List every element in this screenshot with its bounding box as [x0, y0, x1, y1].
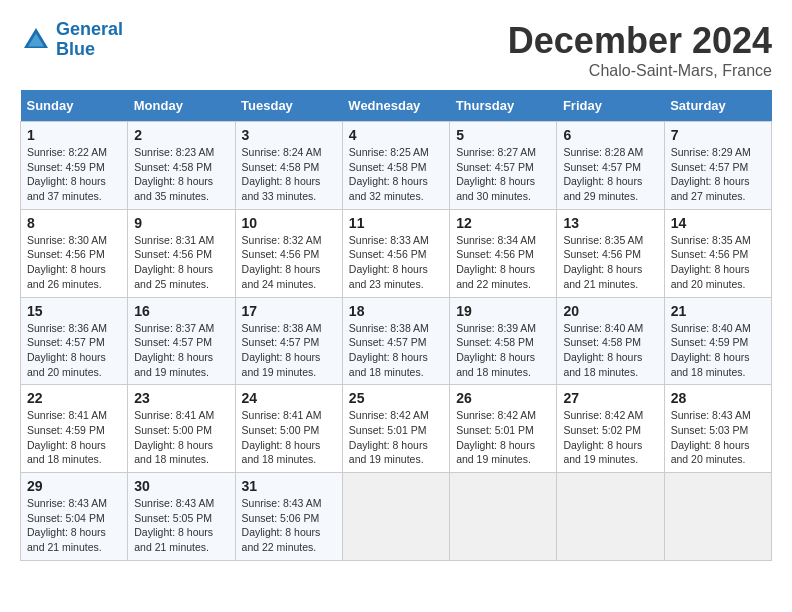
- calendar-cell: 22 Sunrise: 8:41 AM Sunset: 4:59 PM Dayl…: [21, 385, 128, 473]
- header-saturday: Saturday: [664, 90, 771, 122]
- daylight-label: Daylight: 8 hours and 29 minutes.: [563, 175, 642, 202]
- sunrise-label: Sunrise: 8:38 AM: [349, 322, 429, 334]
- day-info: Sunrise: 8:31 AM Sunset: 4:56 PM Dayligh…: [134, 233, 228, 292]
- sunset-label: Sunset: 4:57 PM: [563, 161, 641, 173]
- calendar-cell: 28 Sunrise: 8:43 AM Sunset: 5:03 PM Dayl…: [664, 385, 771, 473]
- sunrise-label: Sunrise: 8:32 AM: [242, 234, 322, 246]
- day-number: 5: [456, 127, 550, 143]
- day-info: Sunrise: 8:41 AM Sunset: 5:00 PM Dayligh…: [134, 408, 228, 467]
- logo-icon: [20, 24, 52, 56]
- daylight-label: Daylight: 8 hours and 19 minutes.: [349, 439, 428, 466]
- day-info: Sunrise: 8:42 AM Sunset: 5:01 PM Dayligh…: [456, 408, 550, 467]
- sunrise-label: Sunrise: 8:43 AM: [671, 409, 751, 421]
- sunset-label: Sunset: 4:56 PM: [563, 248, 641, 260]
- daylight-label: Daylight: 8 hours and 19 minutes.: [563, 439, 642, 466]
- header-monday: Monday: [128, 90, 235, 122]
- daylight-label: Daylight: 8 hours and 23 minutes.: [349, 263, 428, 290]
- daylight-label: Daylight: 8 hours and 22 minutes.: [456, 263, 535, 290]
- day-info: Sunrise: 8:33 AM Sunset: 4:56 PM Dayligh…: [349, 233, 443, 292]
- day-info: Sunrise: 8:36 AM Sunset: 4:57 PM Dayligh…: [27, 321, 121, 380]
- day-number: 1: [27, 127, 121, 143]
- daylight-label: Daylight: 8 hours and 20 minutes.: [27, 351, 106, 378]
- day-info: Sunrise: 8:38 AM Sunset: 4:57 PM Dayligh…: [349, 321, 443, 380]
- day-number: 10: [242, 215, 336, 231]
- sunrise-label: Sunrise: 8:37 AM: [134, 322, 214, 334]
- day-info: Sunrise: 8:38 AM Sunset: 4:57 PM Dayligh…: [242, 321, 336, 380]
- day-number: 24: [242, 390, 336, 406]
- sunset-label: Sunset: 5:01 PM: [349, 424, 427, 436]
- calendar-week-row: 15 Sunrise: 8:36 AM Sunset: 4:57 PM Dayl…: [21, 297, 772, 385]
- day-number: 15: [27, 303, 121, 319]
- daylight-label: Daylight: 8 hours and 19 minutes.: [134, 351, 213, 378]
- sunrise-label: Sunrise: 8:27 AM: [456, 146, 536, 158]
- daylight-label: Daylight: 8 hours and 18 minutes.: [242, 439, 321, 466]
- calendar-cell: 24 Sunrise: 8:41 AM Sunset: 5:00 PM Dayl…: [235, 385, 342, 473]
- calendar-cell: 29 Sunrise: 8:43 AM Sunset: 5:04 PM Dayl…: [21, 473, 128, 561]
- daylight-label: Daylight: 8 hours and 33 minutes.: [242, 175, 321, 202]
- daylight-label: Daylight: 8 hours and 19 minutes.: [242, 351, 321, 378]
- sunrise-label: Sunrise: 8:23 AM: [134, 146, 214, 158]
- day-number: 16: [134, 303, 228, 319]
- sunset-label: Sunset: 5:05 PM: [134, 512, 212, 524]
- calendar-cell: 3 Sunrise: 8:24 AM Sunset: 4:58 PM Dayli…: [235, 122, 342, 210]
- sunset-label: Sunset: 4:56 PM: [242, 248, 320, 260]
- sunset-label: Sunset: 5:00 PM: [134, 424, 212, 436]
- sunset-label: Sunset: 4:58 PM: [242, 161, 320, 173]
- sunset-label: Sunset: 4:57 PM: [456, 161, 534, 173]
- day-number: 31: [242, 478, 336, 494]
- sunset-label: Sunset: 4:58 PM: [456, 336, 534, 348]
- calendar-cell: 7 Sunrise: 8:29 AM Sunset: 4:57 PM Dayli…: [664, 122, 771, 210]
- day-info: Sunrise: 8:40 AM Sunset: 4:59 PM Dayligh…: [671, 321, 765, 380]
- day-number: 28: [671, 390, 765, 406]
- sunrise-label: Sunrise: 8:24 AM: [242, 146, 322, 158]
- sunset-label: Sunset: 4:56 PM: [27, 248, 105, 260]
- sunrise-label: Sunrise: 8:41 AM: [27, 409, 107, 421]
- calendar-week-row: 1 Sunrise: 8:22 AM Sunset: 4:59 PM Dayli…: [21, 122, 772, 210]
- sunset-label: Sunset: 4:56 PM: [134, 248, 212, 260]
- daylight-label: Daylight: 8 hours and 20 minutes.: [671, 263, 750, 290]
- header: General Blue December 2024 Chalo-Saint-M…: [20, 20, 772, 80]
- daylight-label: Daylight: 8 hours and 18 minutes.: [563, 351, 642, 378]
- sunset-label: Sunset: 4:58 PM: [349, 161, 427, 173]
- sunset-label: Sunset: 4:57 PM: [349, 336, 427, 348]
- logo: General Blue: [20, 20, 123, 60]
- day-number: 25: [349, 390, 443, 406]
- header-friday: Friday: [557, 90, 664, 122]
- sunrise-label: Sunrise: 8:42 AM: [456, 409, 536, 421]
- daylight-label: Daylight: 8 hours and 21 minutes.: [134, 526, 213, 553]
- sunset-label: Sunset: 4:56 PM: [349, 248, 427, 260]
- day-info: Sunrise: 8:32 AM Sunset: 4:56 PM Dayligh…: [242, 233, 336, 292]
- sunrise-label: Sunrise: 8:33 AM: [349, 234, 429, 246]
- sunset-label: Sunset: 5:01 PM: [456, 424, 534, 436]
- day-info: Sunrise: 8:28 AM Sunset: 4:57 PM Dayligh…: [563, 145, 657, 204]
- header-thursday: Thursday: [450, 90, 557, 122]
- day-info: Sunrise: 8:43 AM Sunset: 5:05 PM Dayligh…: [134, 496, 228, 555]
- sunset-label: Sunset: 4:57 PM: [134, 336, 212, 348]
- sunrise-label: Sunrise: 8:43 AM: [242, 497, 322, 509]
- calendar-week-row: 29 Sunrise: 8:43 AM Sunset: 5:04 PM Dayl…: [21, 473, 772, 561]
- day-number: 29: [27, 478, 121, 494]
- calendar-cell: 2 Sunrise: 8:23 AM Sunset: 4:58 PM Dayli…: [128, 122, 235, 210]
- sunset-label: Sunset: 4:59 PM: [671, 336, 749, 348]
- day-info: Sunrise: 8:43 AM Sunset: 5:06 PM Dayligh…: [242, 496, 336, 555]
- calendar-cell: 1 Sunrise: 8:22 AM Sunset: 4:59 PM Dayli…: [21, 122, 128, 210]
- sunrise-label: Sunrise: 8:39 AM: [456, 322, 536, 334]
- day-number: 26: [456, 390, 550, 406]
- day-number: 19: [456, 303, 550, 319]
- calendar-cell: 30 Sunrise: 8:43 AM Sunset: 5:05 PM Dayl…: [128, 473, 235, 561]
- calendar-table: Sunday Monday Tuesday Wednesday Thursday…: [20, 90, 772, 561]
- day-info: Sunrise: 8:40 AM Sunset: 4:58 PM Dayligh…: [563, 321, 657, 380]
- sunrise-label: Sunrise: 8:30 AM: [27, 234, 107, 246]
- sunset-label: Sunset: 5:00 PM: [242, 424, 320, 436]
- day-number: 17: [242, 303, 336, 319]
- calendar-cell: 17 Sunrise: 8:38 AM Sunset: 4:57 PM Dayl…: [235, 297, 342, 385]
- day-info: Sunrise: 8:25 AM Sunset: 4:58 PM Dayligh…: [349, 145, 443, 204]
- calendar-cell: 10 Sunrise: 8:32 AM Sunset: 4:56 PM Dayl…: [235, 209, 342, 297]
- day-number: 18: [349, 303, 443, 319]
- sunrise-label: Sunrise: 8:42 AM: [349, 409, 429, 421]
- sunrise-label: Sunrise: 8:35 AM: [671, 234, 751, 246]
- calendar-cell: 18 Sunrise: 8:38 AM Sunset: 4:57 PM Dayl…: [342, 297, 449, 385]
- daylight-label: Daylight: 8 hours and 20 minutes.: [671, 439, 750, 466]
- month-title: December 2024: [508, 20, 772, 62]
- day-info: Sunrise: 8:29 AM Sunset: 4:57 PM Dayligh…: [671, 145, 765, 204]
